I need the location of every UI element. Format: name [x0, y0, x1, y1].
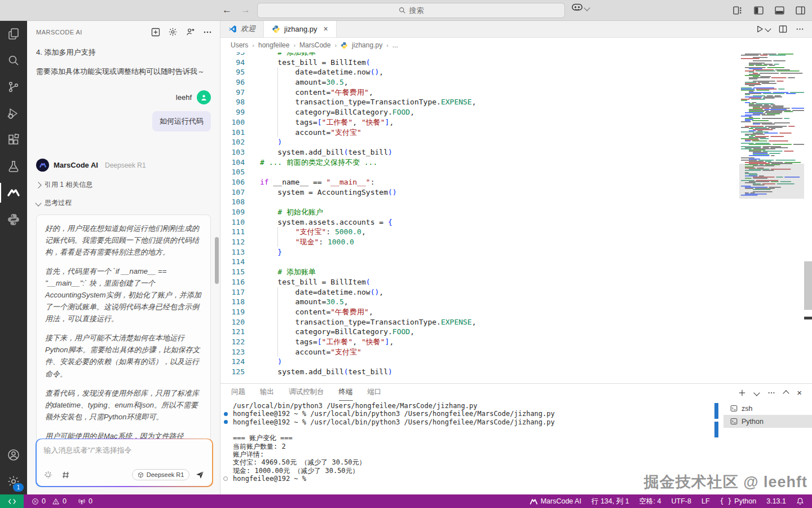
- panel-tab-2[interactable]: 输出: [260, 384, 274, 401]
- thinking-label: 思考过程: [45, 198, 72, 208]
- code-line: 114: [220, 257, 812, 267]
- line-number: 117: [220, 287, 245, 297]
- terminal-output[interactable]: /usr/local/bin/python3 /Users/hongfeilee…: [220, 402, 710, 494]
- indentation[interactable]: 空格: 4: [639, 497, 661, 506]
- minimap[interactable]: [739, 52, 804, 200]
- copilot-menu[interactable]: [572, 3, 589, 12]
- command-center-search[interactable]: 搜索: [257, 3, 565, 18]
- tab-welcome[interactable]: 欢迎: [220, 20, 264, 37]
- chat-settings-icon[interactable]: [168, 27, 178, 37]
- python-version[interactable]: 3.13.1: [766, 497, 786, 505]
- debug-icon: [7, 107, 20, 120]
- new-chat-icon[interactable]: [151, 28, 160, 37]
- chat-input[interactable]: 输入消息或者"/"来选择指令: [44, 445, 205, 456]
- thinking-toggle[interactable]: 思考过程: [36, 198, 211, 208]
- bell-icon[interactable]: [796, 497, 804, 505]
- terminal-dropdown-icon[interactable]: [754, 389, 760, 396]
- terminal-icon: [730, 418, 738, 425]
- panel-tab-3[interactable]: 调试控制台: [289, 384, 324, 401]
- terminal-list-item-python[interactable]: Python: [723, 415, 812, 428]
- broadcast-indicator[interactable]: 0: [78, 497, 92, 505]
- account-button[interactable]: [0, 441, 27, 468]
- chevron-down-icon: [765, 25, 771, 32]
- problems-indicator[interactable]: 0 0: [32, 497, 67, 505]
- overview-ruler-mark: [804, 317, 812, 319]
- line-number: 113: [220, 247, 245, 257]
- reference-toggle[interactable]: 引用 1 相关信息: [36, 180, 211, 190]
- code-line: 125 system.add_bill(test_bill): [220, 367, 812, 377]
- code-line: 98 transaction_type=TransactionType.EXPE…: [220, 97, 812, 107]
- sidebar-item-run-debug[interactable]: [0, 100, 27, 126]
- line-number: 95: [220, 67, 245, 77]
- code-line: 118 amount=30.5,: [220, 297, 812, 307]
- terminal-command-decorations: [714, 403, 718, 440]
- sidebar-item-marscode[interactable]: [0, 179, 27, 206]
- python-file-icon: [272, 25, 280, 33]
- sidebar-item-testing[interactable]: [0, 153, 27, 179]
- thinking-content: 好的，用户现在想知道如何运行他们刚刚生成的记账代码。我需要先回顾一下他们提供的代…: [36, 214, 211, 452]
- tab-jizhang-py[interactable]: jizhang.py ×: [264, 20, 337, 37]
- encoding[interactable]: UTF-8: [672, 497, 691, 505]
- sidebar-scrollbar[interactable]: [215, 237, 219, 284]
- marscode-chat-sidebar: MARSCODE AI 4. 添加多用户支持 需要添加具体功能实现或调整结构可以…: [27, 20, 220, 494]
- title-bar: ← → 搜索: [0, 0, 812, 21]
- line-number: 110: [220, 217, 245, 227]
- code-line: 119 content="午餐费用",: [220, 307, 812, 317]
- sidebar-item-search[interactable]: [0, 47, 27, 73]
- profile-share-icon[interactable]: [186, 27, 195, 37]
- hash-icon[interactable]: [61, 471, 70, 479]
- code-line: 117 date=datetime.now(),: [220, 287, 812, 297]
- marscode-status[interactable]: MarsCode AI: [529, 497, 581, 505]
- editor-scrollbar[interactable]: [804, 52, 812, 383]
- chat-input-container: 输入消息或者"/"来选择指令 Deepseek R1: [36, 439, 213, 487]
- line-number: 101: [220, 128, 245, 138]
- chevron-down-icon: [35, 200, 41, 206]
- run-button[interactable]: [756, 25, 770, 33]
- settings-button[interactable]: 1: [0, 468, 27, 494]
- line-number: 100: [220, 117, 245, 128]
- layout-customize-icon[interactable]: [733, 6, 743, 15]
- maximize-panel-icon[interactable]: [783, 390, 789, 396]
- terminal-icon: [730, 405, 738, 412]
- close-panel-icon[interactable]: ×: [797, 388, 802, 397]
- more-icon[interactable]: [203, 28, 212, 37]
- sidebar-item-python[interactable]: [0, 206, 27, 233]
- terminal-line: /usr/local/bin/python3 /Users/hongfeilee…: [220, 402, 710, 410]
- panel-tab-4[interactable]: 终端: [339, 384, 353, 401]
- panel-tab-5[interactable]: 端口: [368, 384, 382, 401]
- panel-tab-1[interactable]: 问题: [231, 384, 245, 401]
- terminal-list-item-zsh[interactable]: zsh: [723, 402, 812, 415]
- code-line: 115 # 添加账单: [220, 267, 812, 277]
- sidebar-item-explorer[interactable]: [0, 20, 27, 47]
- back-arrow-icon[interactable]: ←: [222, 5, 232, 16]
- model-selector-button[interactable]: Deepseek R1: [132, 469, 190, 480]
- broadcast-icon: [78, 498, 86, 505]
- sparkle-icon[interactable]: [44, 471, 52, 479]
- sidebar-item-extensions[interactable]: [0, 126, 27, 153]
- code-editor[interactable]: 93 # 添加账单94 test_bill = BillItem(95 date…: [220, 52, 812, 383]
- remote-icon: [8, 498, 16, 505]
- line-number: 119: [220, 307, 245, 317]
- scrollbar-thumb[interactable]: [804, 261, 812, 310]
- sidebar-item-source-control[interactable]: [0, 73, 27, 100]
- remote-indicator[interactable]: [0, 494, 24, 508]
- code-line: 109 # 初始化账户: [220, 207, 812, 217]
- toggle-sidebar-icon[interactable]: [754, 6, 764, 15]
- line-number: 94: [220, 58, 245, 68]
- eol-selector[interactable]: LF: [701, 497, 710, 505]
- toggle-secondary-sidebar-icon[interactable]: [796, 6, 805, 15]
- more-icon[interactable]: [796, 25, 804, 33]
- language-mode[interactable]: { } Python: [720, 497, 757, 505]
- send-icon[interactable]: [195, 470, 205, 480]
- cursor-position[interactable]: 行 134, 列 1: [592, 497, 629, 506]
- new-terminal-icon[interactable]: [738, 389, 746, 397]
- toggle-panel-icon[interactable]: [775, 6, 784, 15]
- more-icon[interactable]: [767, 389, 775, 397]
- line-number: 102: [220, 137, 245, 147]
- chat-history-item[interactable]: 4. 添加多用户支持: [36, 47, 211, 58]
- breadcrumb[interactable]: Users› hongfeilee› MarsCode› jizhang.py›…: [220, 38, 812, 52]
- close-icon[interactable]: ×: [324, 24, 328, 33]
- split-editor-icon[interactable]: [779, 25, 787, 33]
- line-number: 99: [220, 107, 245, 117]
- reference-label: 引用 1 相关信息: [45, 180, 92, 190]
